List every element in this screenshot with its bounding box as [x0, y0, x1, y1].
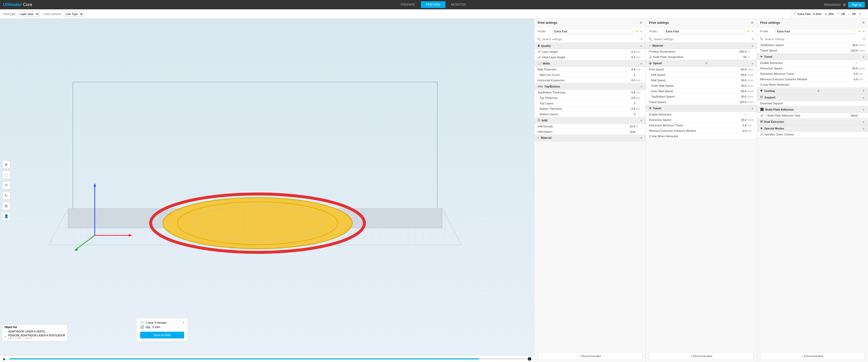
section-infill[interactable]: ⬡ Infill ▲	[534, 117, 646, 124]
section-quality[interactable]: ◈ Quality ▲	[534, 43, 646, 49]
color-scheme-select[interactable]: Line Type	[63, 11, 84, 17]
rmt3-value[interactable]: 0.8	[847, 72, 858, 75]
he-value[interactable]: 0.0	[625, 79, 635, 82]
setting-min-extrusion-3[interactable]: Minimum Extrusion Distance Window 0.8 mm	[757, 77, 868, 82]
section-dual[interactable]: ⇄ Dual Extrusion ▲	[757, 118, 868, 125]
setting-print-temp[interactable]: Printing Temperature 200.0 °C	[646, 49, 757, 54]
setting-wall-line-count[interactable]: Wall Line Count 2	[534, 72, 646, 78]
section-walls[interactable]: ⬜ Walls ▲	[534, 60, 646, 67]
profile-x-1[interactable]: ✕	[640, 30, 643, 33]
tt-value[interactable]: 0.8	[625, 96, 635, 100]
profile-x-2[interactable]: ✕	[751, 30, 754, 33]
profile-input-3[interactable]	[775, 29, 856, 34]
bl-value[interactable]: 3	[625, 113, 635, 116]
timeline-thumb[interactable]	[528, 357, 531, 361]
recommended-btn-3[interactable]: ⟨ Recommended	[760, 352, 865, 360]
tl-value[interactable]: 3	[625, 102, 635, 105]
section-speed[interactable]: ◎ Speed ⚙ ▲	[646, 60, 757, 67]
rs2-value[interactable]: 35.0	[736, 118, 746, 121]
setting-tb-speed-3[interactable]: Top/Bottom Speed 30.0 mm/s	[757, 43, 868, 48]
setting-outer-wall-speed[interactable]: Outer Wall Speed 30.0 mm/s	[646, 83, 757, 88]
nav-preview[interactable]: PREVIEW	[421, 1, 445, 8]
travs-value[interactable]: 120.0	[736, 101, 746, 104]
profile-star-2[interactable]: ★	[747, 30, 749, 33]
wt-value[interactable]: 0.8	[625, 68, 635, 71]
section-cooling[interactable]: ❄ Cooling 6 ▼	[757, 87, 868, 94]
setting-travel-speed-3[interactable]: Travel Speed 120.0 mm/s	[757, 48, 868, 53]
setting-retraction-speed-2[interactable]: Retraction Speed 35.0 mm/s	[646, 117, 757, 123]
setting-retraction-min-travel-3[interactable]: Retraction Minimum Travel 0.8 mm	[757, 71, 868, 77]
setting-enable-retraction-3[interactable]: Enable Retraction ✓	[757, 60, 868, 66]
travs3-value[interactable]: 120.0	[847, 49, 858, 52]
setting-infill-pattern[interactable]: Infill Pattern Grid	[534, 129, 646, 135]
list-item[interactable]: ☐ ADAPTADOR LASER A VENTIL...	[4, 330, 65, 334]
section-special[interactable]: ★ Special Modes ▲	[757, 125, 868, 132]
id-value[interactable]: 20.0	[625, 125, 635, 128]
setting-infill-speed[interactable]: Infill Speed 60.0 mm/s	[646, 72, 757, 78]
setting-inner-wall-speed[interactable]: Inner Wall Speed 60.0 mm/s	[646, 88, 757, 94]
bpt-value[interactable]: 60	[736, 55, 746, 58]
profile-x-3[interactable]: ✕	[863, 30, 865, 33]
wlc-value[interactable]: 2	[625, 73, 635, 76]
ip-value[interactable]: Grid	[625, 130, 635, 133]
tbs-value[interactable]: 30.0	[736, 95, 746, 98]
section-bpa[interactable]: ⬛ Build Plate Adhesion ▲	[757, 106, 868, 113]
ows-value[interactable]: 30.0	[736, 84, 746, 87]
section-travel-3[interactable]: ➤ Travel ▲	[757, 53, 868, 60]
setting-spiralize[interactable]: 🔗 Spiralize Outer Contour	[757, 132, 868, 137]
speed-extra[interactable]: ⚙	[705, 61, 708, 65]
setting-min-extrusion-2[interactable]: Minimum Extrusion Distance Window 0.8 mm	[646, 128, 757, 134]
profile-star-1[interactable]: ★	[636, 30, 638, 33]
rs3-value[interactable]: 35.0	[847, 67, 858, 70]
lh-value[interactable]: 0.3	[625, 50, 635, 53]
tool-layers[interactable]: ⊞	[2, 202, 10, 210]
marketplace-link[interactable]: Marketplace	[824, 3, 841, 6]
nav-monitor[interactable]: MONITOR	[446, 1, 471, 8]
setting-print-speed[interactable]: Print Speed 60.0 mm/s	[646, 67, 757, 72]
setting-travel-speed[interactable]: Travel Speed 120.0 mm/s	[646, 100, 757, 105]
bpa-refresh-icon[interactable]: ↺	[764, 114, 766, 117]
setting-wall-speed[interactable]: Wall Speed 30.0 mm/s	[646, 78, 757, 83]
panel-3-close[interactable]: ✕	[862, 21, 865, 25]
ilh-value[interactable]: 0.2	[625, 56, 635, 59]
profile-star-3[interactable]: ★	[858, 30, 861, 33]
me2-value[interactable]: 0.8	[736, 129, 746, 132]
section-material-1[interactable]: ○ Material ▼	[534, 135, 646, 141]
setting-initial-layer-height[interactable]: 🔗 Initial Layer Height 0.2 mm	[534, 55, 646, 60]
setting-bot-layers[interactable]: Bottom Layers 3	[534, 112, 646, 117]
tbs3-value[interactable]: 30.0	[847, 44, 858, 47]
bpat-value[interactable]: None	[847, 114, 858, 117]
menu-icon-3[interactable]: ☰	[863, 37, 865, 41]
viewport[interactable]: ⊕ ⬚ ↺ ↻ ⊞ 👤	[0, 19, 534, 362]
recommended-btn-2[interactable]: ⟨ Recommended	[649, 352, 754, 360]
menu-icon-2[interactable]: ☰	[752, 37, 754, 41]
timeline-track[interactable]	[9, 358, 531, 359]
section-support[interactable]: ⛉ Support ▲	[757, 94, 868, 101]
setting-wall-thickness[interactable]: Wall Thickness 0.8 mm	[534, 67, 646, 72]
ps-value[interactable]: 60.0	[736, 68, 746, 71]
setting-layer-height[interactable]: 🔗 Layer Height 0.3 mm	[534, 49, 646, 55]
search-input-2[interactable]	[654, 37, 750, 41]
er2-value[interactable]: ✓	[736, 113, 746, 116]
pt-value[interactable]: 200.0	[736, 50, 746, 53]
er3-value[interactable]: ✓	[847, 61, 858, 64]
ws-value[interactable]: 30.0	[736, 79, 746, 82]
menu-icon-1[interactable]: ☰	[641, 37, 643, 41]
search-input-1[interactable]	[542, 37, 639, 41]
profile-input-1[interactable]	[553, 29, 633, 34]
tool-undo[interactable]: ↺	[2, 181, 10, 189]
tool-redo[interactable]: ↻	[2, 191, 10, 200]
bpa-link-icon[interactable]: 🔗	[760, 114, 763, 117]
setting-tb-speed[interactable]: Top/Bottom Speed 30.0 mm/s	[646, 94, 757, 100]
nav-prepare[interactable]: PREPARE	[395, 1, 420, 8]
setting-build-temp[interactable]: 🔗 Build Plate Temperature 60 °C	[646, 54, 757, 60]
spiralize-link-icon[interactable]: 🔗	[760, 133, 763, 136]
save-to-disk-button[interactable]: Save to Disk	[140, 332, 184, 338]
iws-value[interactable]: 60.0	[736, 90, 746, 93]
recommended-btn-1[interactable]: ⟨ Recommended	[537, 352, 643, 360]
setting-top-thickness[interactable]: Top Thickness 0.8 mm	[534, 95, 646, 101]
setting-top-layers[interactable]: Top Layers 3	[534, 101, 646, 106]
setting-bot-thickness[interactable]: Bottom Thickness 0.8 mm	[534, 106, 646, 112]
setting-bpa-type[interactable]: 🔗 ↺ Build Plate Adhesion Type None	[757, 113, 868, 118]
tool-move[interactable]: ⊕	[2, 160, 10, 169]
